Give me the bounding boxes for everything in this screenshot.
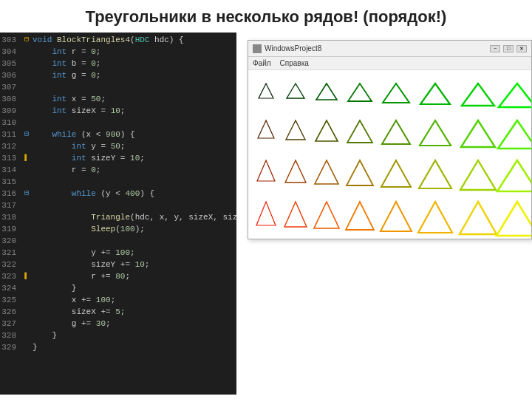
close-button[interactable]: ✕	[516, 45, 527, 52]
code-lines: 303 ⊟ void BlockTriangles4(HDC hdc) { 30…	[0, 33, 236, 355]
svg-marker-30	[460, 202, 497, 234]
code-line: 309 int sizeX = 10;	[0, 105, 236, 117]
code-line: 326 sizeX += 5;	[0, 306, 236, 318]
svg-marker-18	[315, 160, 338, 184]
window-app-icon	[253, 44, 262, 53]
code-line: 327 g += 30;	[0, 318, 236, 330]
window-menubar: Файл Справка	[248, 57, 531, 70]
svg-marker-24	[256, 202, 276, 225]
code-line: 305 int b = 0;	[0, 58, 236, 69]
code-line: 322 sizeY += 10;	[0, 259, 236, 270]
svg-marker-31	[497, 202, 531, 236]
svg-marker-6	[462, 83, 494, 106]
svg-marker-17	[285, 160, 306, 183]
svg-marker-11	[347, 120, 372, 143]
svg-marker-23	[497, 160, 531, 191]
window-title: WindowsProject8	[265, 44, 490, 52]
menu-item-help[interactable]: Справка	[280, 59, 309, 67]
code-line: 307	[0, 81, 236, 93]
svg-marker-20	[381, 160, 411, 187]
menu-item-file[interactable]: Файл	[253, 59, 271, 67]
svg-marker-19	[347, 160, 373, 185]
svg-marker-1	[287, 83, 304, 98]
svg-marker-15	[498, 120, 531, 149]
code-line: 316 ⊟ while (y < 400) {	[0, 188, 236, 200]
code-line: 329 }	[0, 341, 236, 353]
svg-marker-25	[284, 202, 307, 227]
svg-marker-2	[316, 83, 337, 100]
code-line: 312 int y = 50;	[0, 140, 236, 152]
code-line: 308 int x = 50;	[0, 93, 236, 105]
code-line: 311 ⊟ while (x < 900) {	[0, 129, 236, 140]
code-line: 325 x += 100;	[0, 294, 236, 306]
code-editor: 303 ⊟ void BlockTriangles4(HDC hdc) { 30…	[0, 33, 236, 395]
page-title: Треугольники в несколько рядов! (порядок…	[0, 0, 532, 33]
code-line: 306 int g = 0;	[0, 69, 236, 81]
svg-marker-14	[461, 120, 495, 147]
svg-marker-22	[460, 160, 496, 190]
preview-panel: WindowsProject8 − □ ✕ Файл Справка	[236, 33, 532, 395]
code-line: 310	[0, 117, 236, 129]
svg-marker-10	[316, 120, 338, 141]
svg-marker-3	[348, 83, 372, 101]
code-line: 319 Sleep(100);	[0, 223, 236, 235]
window-canvas	[248, 70, 531, 239]
svg-marker-27	[346, 202, 374, 230]
window-titlebar: WindowsProject8 − □ ✕	[248, 41, 531, 57]
code-line: 323 ▌ r += 80;	[0, 270, 236, 282]
code-line: 317	[0, 200, 236, 211]
code-line: 313 ▌ int sizeY = 10;	[0, 152, 236, 164]
triangle-canvas	[248, 70, 531, 239]
svg-marker-29	[418, 202, 452, 233]
code-line: 320	[0, 235, 236, 247]
window-controls[interactable]: − □ ✕	[490, 45, 527, 52]
svg-marker-28	[381, 202, 412, 231]
svg-marker-8	[258, 120, 274, 138]
code-line: 314 r = 0;	[0, 164, 236, 176]
svg-marker-9	[286, 120, 305, 140]
code-line: 321 y += 100;	[0, 247, 236, 259]
svg-marker-7	[499, 83, 531, 107]
window-frame: WindowsProject8 − □ ✕ Файл Справка	[248, 40, 532, 239]
code-line: 328 }	[0, 330, 236, 341]
code-line: 303 ⊟ void BlockTriangles4(HDC hdc) {	[0, 34, 236, 46]
svg-marker-12	[382, 120, 410, 144]
svg-marker-0	[259, 83, 273, 98]
maximize-button[interactable]: □	[503, 45, 514, 52]
code-line: 318 Triangle(hdc, x, y, sizeX, sizeY, RG…	[0, 211, 236, 223]
svg-marker-26	[314, 202, 339, 228]
svg-marker-21	[419, 160, 451, 188]
code-line: 304 int r = 0;	[0, 46, 236, 58]
code-line: 315	[0, 176, 236, 188]
svg-marker-16	[257, 160, 275, 181]
svg-marker-4	[383, 83, 409, 103]
code-line: 324 }	[0, 282, 236, 294]
minimize-button[interactable]: −	[490, 45, 500, 52]
svg-marker-13	[420, 120, 451, 146]
svg-marker-5	[420, 83, 450, 104]
